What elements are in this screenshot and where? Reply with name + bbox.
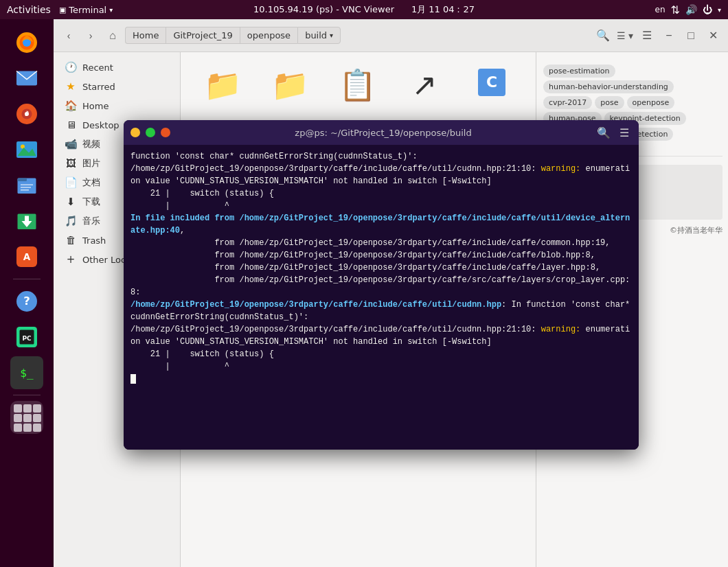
desktop-icon: 🖥	[65, 119, 77, 131]
dock-terminal[interactable]: $_	[10, 356, 43, 389]
terminal-title: zp@ps: ~/GitProject_19/openpose/build	[176, 128, 591, 138]
tag-openpose[interactable]: openpose	[627, 96, 675, 109]
system-bar: Activities ▣ Terminal ▾ 10.105.94.19 (ps…	[0, 0, 728, 19]
sidebar-item-home[interactable]: 🏠 Home	[56, 96, 177, 115]
system-menu-arrow[interactable]: ▾	[718, 6, 721, 14]
svg-rect-18	[25, 216, 29, 224]
dock-divider	[13, 279, 41, 279]
dock-show-apps[interactable]	[10, 401, 43, 434]
tag-pose-estimation[interactable]: pose-estimation	[543, 65, 615, 78]
menu-button[interactable]: ☰	[637, 26, 657, 45]
grid-item-folder2[interactable]: 📁	[259, 63, 321, 107]
forward-button[interactable]: ›	[81, 26, 100, 45]
grid-item-folder1[interactable]: 📁	[192, 63, 253, 107]
terminal-body[interactable]: function 'const char* cudnnGetErrorStrin…	[124, 145, 639, 450]
window-title: 10.105.94.19 (ps) - VNC Viewer	[253, 4, 394, 14]
back-button[interactable]: ‹	[59, 26, 78, 45]
tag-pose[interactable]: pose	[595, 96, 624, 109]
svg-rect-14	[21, 187, 31, 188]
maximize-fm-button[interactable]: □	[681, 26, 701, 45]
fm-toolbar: ‹ › ⌂ Home GitProject_19 openpose build …	[54, 19, 728, 52]
recent-icon: 🕐	[65, 61, 77, 73]
terminal-titlebar: zp@ps: ~/GitProject_19/openpose/build 🔍 …	[124, 120, 639, 145]
terminal-minimize[interactable]	[130, 128, 140, 137]
terminal-menu-arrow: ▾	[109, 6, 113, 14]
view-list-button[interactable]: ☰ ▾	[615, 26, 635, 45]
breadcrumb-home[interactable]: Home	[125, 27, 166, 44]
system-bar-left: Activities ▣ Terminal ▾	[7, 4, 113, 15]
dock: ♪ A	[0, 19, 54, 567]
fm-toolbar-right: 🔍 ☰ ▾ ☰ − □ ✕	[593, 26, 723, 45]
dock-downloads[interactable]	[10, 205, 43, 238]
language-indicator[interactable]: en	[655, 5, 666, 14]
dock-files[interactable]	[10, 169, 43, 202]
terminal-search-btn[interactable]: 🔍	[596, 125, 611, 140]
svg-text:?: ?	[23, 294, 30, 308]
sidebar-item-recent[interactable]: 🕐 Recent	[56, 58, 177, 77]
dock-pycharm[interactable]: PC	[10, 321, 43, 354]
breadcrumb-openpose[interactable]: openpose	[240, 27, 297, 44]
svg-text:A: A	[23, 251, 31, 262]
activities-label[interactable]: Activities	[7, 4, 51, 15]
music-icon: 🎵	[65, 215, 77, 227]
file-icon-1: 📋	[339, 67, 376, 103]
dock-music[interactable]: ♪	[10, 97, 43, 130]
svg-rect-15	[21, 189, 29, 191]
dock-firefox[interactable]	[10, 26, 43, 59]
trash-icon: 🗑	[65, 234, 77, 246]
grid-item-cfile[interactable]: C	[461, 63, 523, 107]
grid-item-file1[interactable]: 📋	[326, 63, 388, 107]
breadcrumb-dropdown-icon: ▾	[330, 32, 333, 39]
svg-text:C: C	[486, 73, 497, 91]
dock-images[interactable]	[10, 133, 43, 166]
system-bar-right: en ⇅ 🔊 ⏻ ▾	[655, 3, 721, 16]
videos-icon: 📹	[65, 138, 77, 150]
power-icon[interactable]: ⏻	[703, 4, 712, 15]
svg-rect-12	[18, 178, 27, 182]
terminal-menu-btn[interactable]: ☰	[617, 125, 632, 140]
sidebar-item-starred[interactable]: ★ Starred	[56, 77, 177, 96]
svg-text:♪: ♪	[25, 109, 30, 117]
svg-rect-13	[21, 185, 33, 186]
volume-icon[interactable]: 🔊	[685, 4, 697, 15]
documents-icon: 📄	[65, 176, 77, 189]
system-bar-center: 10.105.94.19 (ps) - VNC Viewer 1月 11 04：…	[253, 3, 475, 16]
folder-icon-2: 📁	[271, 67, 309, 103]
cursor	[130, 374, 136, 384]
starred-icon: ★	[65, 80, 77, 93]
close-fm-button[interactable]: ✕	[703, 26, 723, 45]
home-button[interactable]: ⌂	[103, 26, 122, 45]
terminal-maximize[interactable]	[146, 128, 155, 137]
tag-human-behavior-understanding[interactable]: human-behavior-understanding	[543, 80, 674, 93]
dock-divider-2	[13, 395, 41, 395]
terminal-window: zp@ps: ~/GitProject_19/openpose/build 🔍 …	[124, 120, 639, 450]
minimize-fm-button[interactable]: −	[659, 26, 679, 45]
terminal-menu[interactable]: ▣ Terminal ▾	[59, 5, 113, 15]
system-time: 1月 11 04：27	[411, 4, 475, 14]
folder-icon-1: 📁	[204, 67, 242, 103]
svg-text:PC: PC	[22, 335, 32, 342]
dock-software[interactable]: A	[10, 240, 43, 273]
breadcrumb-build[interactable]: build ▾	[297, 27, 341, 44]
dock-mail[interactable]	[10, 62, 43, 95]
downloads-icon: ⬇	[65, 196, 77, 208]
network-icon[interactable]: ⇅	[671, 3, 680, 16]
c-file-icon: C	[477, 67, 507, 97]
tag-cvpr-2017[interactable]: cvpr-2017	[543, 96, 592, 109]
grid-item-shortcut1[interactable]: ↗	[394, 63, 455, 107]
dock-help[interactable]: ?	[10, 285, 43, 318]
breadcrumb: Home GitProject_19 openpose build ▾	[125, 27, 591, 44]
shortcut-icon-1: ↗	[412, 67, 437, 102]
search-button[interactable]: 🔍	[593, 26, 613, 45]
add-icon: +	[65, 253, 77, 266]
home-icon: 🏠	[65, 100, 77, 112]
breadcrumb-gitproject[interactable]: GitProject_19	[166, 27, 239, 44]
terminal-close[interactable]	[161, 128, 170, 137]
pictures-icon: 🖼	[65, 157, 77, 170]
